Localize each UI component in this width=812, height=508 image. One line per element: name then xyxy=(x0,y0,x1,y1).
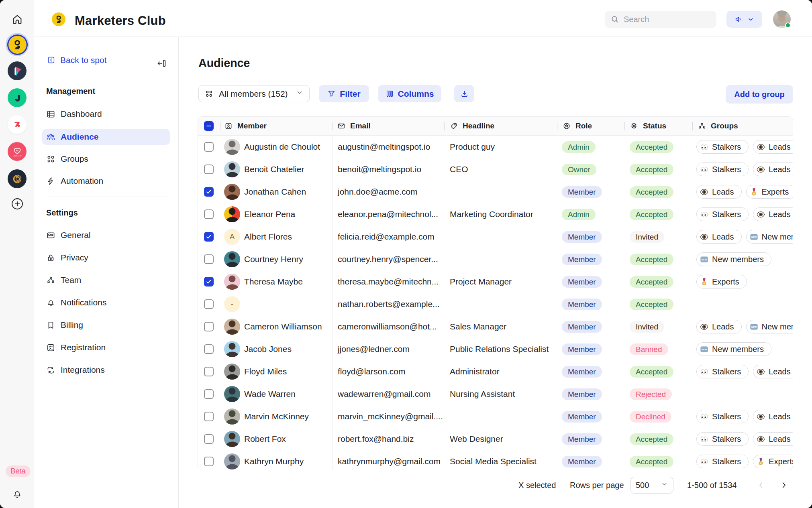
svg-text:NEW: NEW xyxy=(702,348,707,350)
svg-text:NEW: NEW xyxy=(702,258,707,260)
svg-text:NEW: NEW xyxy=(751,325,757,328)
svg-text:LOVECLIP: LOVECLIP xyxy=(12,155,21,156)
svg-text:NEW: NEW xyxy=(751,236,757,238)
